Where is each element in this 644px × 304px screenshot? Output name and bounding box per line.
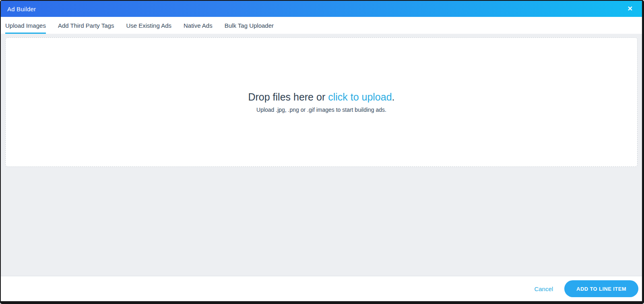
modal-footer: Cancel ADD TO LINE ITEM [1,276,642,301]
dropzone-headline: Drop files here or click to upload. [248,91,394,103]
tab-bulk-tag-uploader[interactable]: Bulk Tag Uploader [225,17,274,34]
tab-upload-images[interactable]: Upload Images [5,17,46,34]
modal-body: Drop files here or click to upload. Uplo… [1,34,642,276]
tab-bar: Upload Images Add Third Party Tags Use E… [1,17,642,34]
tab-native-ads[interactable]: Native Ads [184,17,213,34]
cancel-button[interactable]: Cancel [534,286,553,292]
dropzone-subtext: Upload .jpg, .png or .gif images to star… [256,107,386,113]
tab-add-third-party-tags[interactable]: Add Third Party Tags [58,17,114,34]
add-to-line-item-button[interactable]: ADD TO LINE ITEM [564,280,638,297]
modal-header: Ad Builder ✕ [1,1,642,17]
dropzone-headline-prefix: Drop files here or [248,91,328,103]
click-to-upload-link[interactable]: click to upload [328,91,392,103]
file-dropzone[interactable]: Drop files here or click to upload. Uplo… [5,37,638,167]
dropzone-headline-suffix: . [392,91,395,103]
tab-use-existing-ads[interactable]: Use Existing Ads [126,17,171,34]
close-icon[interactable]: ✕ [626,4,634,14]
ad-builder-modal: Ad Builder ✕ Upload Images Add Third Par… [0,0,644,304]
page-title: Ad Builder [7,6,36,12]
